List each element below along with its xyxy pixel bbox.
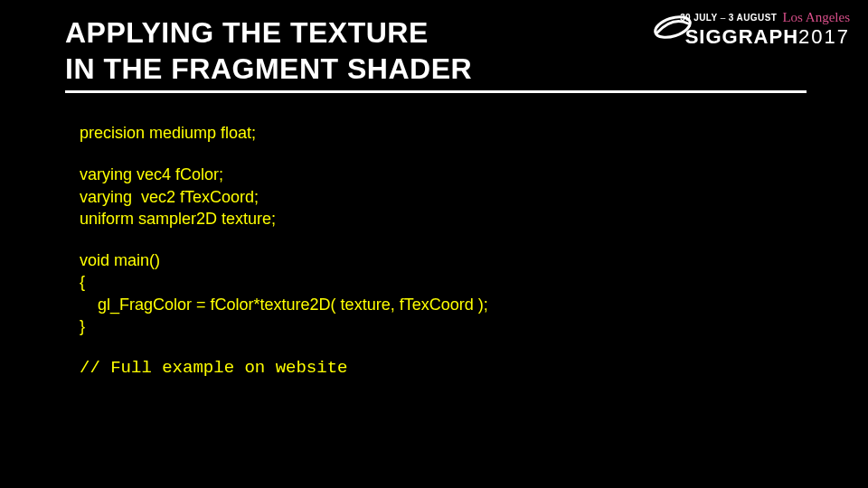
code-line: } xyxy=(80,315,488,337)
badge-city: Los Angeles xyxy=(782,10,850,24)
svg-point-0 xyxy=(653,13,693,41)
blank-line xyxy=(80,337,488,357)
code-line: { xyxy=(80,271,488,293)
badge-date-end: 3 AUGUST xyxy=(729,13,777,23)
code-line: varying vec2 fTexCoord; xyxy=(80,186,488,208)
code-comment: // Full example on website xyxy=(80,357,488,380)
code-block: precision mediump float; varying vec4 fC… xyxy=(80,122,488,380)
slide-title: APPLYING THE TEXTURE IN THE FRAGMENT SHA… xyxy=(65,14,472,87)
title-line-1: APPLYING THE TEXTURE xyxy=(65,16,429,49)
code-line: gl_FragColor = fColor*texture2D( texture… xyxy=(80,294,488,315)
blank-line xyxy=(80,144,488,164)
code-line: void main() xyxy=(80,249,488,271)
title-underline xyxy=(65,90,807,93)
code-line: uniform sampler2D texture; xyxy=(80,208,488,230)
badge-date-sep: – xyxy=(721,13,726,23)
badge-dates: 30 JULY – 3 AUGUST Los Angeles xyxy=(606,9,850,24)
slide: APPLYING THE TEXTURE IN THE FRAGMENT SHA… xyxy=(0,0,868,488)
title-line-2: IN THE FRAGMENT SHADER xyxy=(65,52,472,85)
siggraph-logo-icon xyxy=(652,11,693,43)
badge-brand: SIGGRAPH xyxy=(685,25,798,48)
code-line: precision mediump float; xyxy=(80,122,488,144)
conference-badge: 30 JULY – 3 AUGUST Los Angeles SIGGRAPH2… xyxy=(606,9,850,49)
blank-line xyxy=(80,230,488,249)
badge-brand-line: SIGGRAPH2017 xyxy=(606,25,850,49)
code-line: varying vec4 fColor; xyxy=(80,164,488,185)
badge-year: 2017 xyxy=(798,25,850,48)
